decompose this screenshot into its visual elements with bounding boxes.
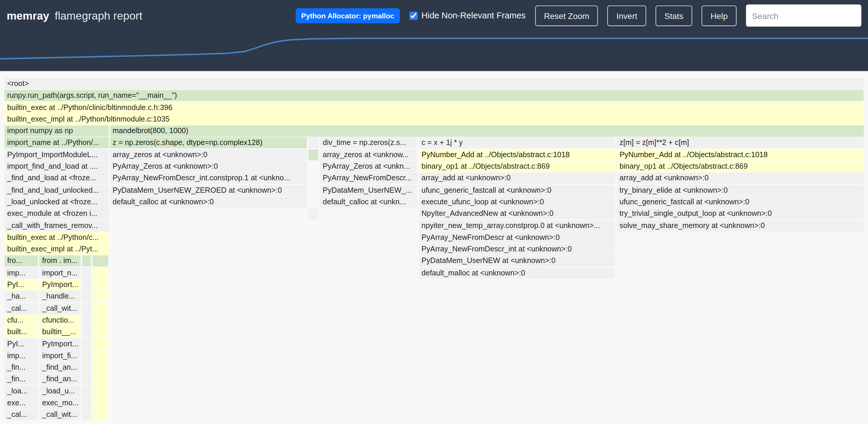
memory-over-time-chart[interactable] [0,31,868,71]
stats-button[interactable]: Stats [656,5,692,26]
flame-frame[interactable]: z[m] = z[m]**2 + c[m] [617,137,864,148]
flame-frame[interactable]: z = np.zeros(c.shape, dtype=np.complex12… [110,137,307,148]
flame-frame-small[interactable] [93,255,108,266]
flame-frame[interactable]: execute_ufunc_loop at <unknown>:0 [419,197,615,207]
flame-frame[interactable]: fro... [4,255,38,266]
flame-frame[interactable]: PyArray_Zeros at <unknown>:0 [110,161,307,172]
flame-frame[interactable]: try_binary_elide at <unknown>:0 [617,185,864,196]
flame-frame-small[interactable] [82,374,91,385]
flame-frame[interactable]: PyNumber_Add at ../Objects/abstract.c:10… [419,149,615,161]
flame-frame[interactable]: _ha... [4,291,38,302]
flame-frame[interactable]: imp... [4,267,38,278]
flame-frame[interactable]: PyDataMem_UserNEW_... [320,185,417,196]
flame-frame[interactable]: try_trivial_single_output_loop at <unkno… [617,208,864,219]
hide-frames-toggle[interactable]: Hide Non-Relevant Frames [409,11,526,21]
flame-frame-small[interactable] [82,386,91,397]
flame-frame[interactable]: c = x + 1j * y [419,137,615,148]
flame-frame-small[interactable] [82,315,91,326]
flame-frame[interactable]: NpyIter_AdvancedNew at <unknown>:0 [419,208,615,219]
flame-frame[interactable]: cfunctio... [39,315,81,326]
flame-frame[interactable]: ufunc_generic_fastcall at <unknown>:0 [419,185,615,196]
flame-frame[interactable]: _call_wit... [39,303,81,314]
flame-frame[interactable]: exe... [4,397,38,408]
flame-frame[interactable]: exec_module at <frozen i... [4,208,109,219]
flame-frame-small[interactable] [82,409,91,420]
flame-frame[interactable]: exec_mo... [39,397,81,408]
flame-frame[interactable]: builtin_exec at ../Python/c... [4,232,109,243]
reset-zoom-button[interactable]: Reset Zoom [535,5,598,26]
search-input[interactable] [746,4,861,27]
flame-frame-small[interactable] [93,279,108,290]
flame-frame[interactable]: builtin_exec at ../Python/clinic/bltinmo… [4,102,864,113]
flame-frame[interactable]: PyDataMem_UserNEW_ZEROED at <unknown>:0 [110,185,307,196]
flame-frame[interactable]: solve_may_share_memory at <unknown>:0 [617,220,864,231]
flame-frame-small[interactable] [82,267,91,278]
flame-frame[interactable]: from . im... [39,255,81,266]
flame-frame-small[interactable] [93,327,108,337]
flame-frame[interactable]: builtin__... [39,327,81,337]
flame-frame-small[interactable] [93,291,108,302]
flame-frame-small[interactable] [93,397,108,408]
flame-frame[interactable]: _find_an... [39,362,81,373]
flame-frame[interactable]: binary_op1 at ../Objects/abstract.c:869 [617,161,864,172]
flame-frame[interactable]: _cal... [4,303,38,314]
flame-frame-small[interactable] [93,362,108,373]
flame-frame[interactable]: PyImport_ImportModuleL... [4,149,109,161]
invert-button[interactable]: Invert [608,5,646,26]
flame-frame[interactable]: PyImport... [39,339,81,349]
flame-frame[interactable]: default_malloc at <unknown>:0 [419,267,615,278]
frame-mandelbrot[interactable]: mandelbrot(800, 1000) [110,125,864,136]
flame-frame[interactable]: PyArray_NewFromDescr... [320,173,417,183]
flame-frame-small[interactable] [93,374,108,385]
flame-frame[interactable]: PyArray_NewFromDescr_int at <unknown>:0 [419,244,615,255]
flame-frame[interactable]: PyArray_NewFromDescr at <unknown>:0 [419,232,615,243]
flame-frame[interactable]: PyNumber_Add at ../Objects/abstract.c:10… [617,149,864,161]
flame-frame-small[interactable] [82,255,91,266]
flame-frame[interactable]: div_time = np.zeros(z.s... [320,137,417,148]
flame-frame-small[interactable] [93,409,108,420]
frame-import-numpy[interactable]: import numpy as np [4,125,109,136]
flame-frame[interactable]: PyI... [4,339,38,349]
hide-frames-checkbox[interactable] [409,11,418,20]
flame-frame[interactable]: PyI... [4,279,38,290]
flame-frame-small[interactable] [82,350,91,361]
flame-frame-small[interactable] [308,149,318,161]
flame-frame[interactable]: _find_and_load at <froze... [4,173,109,183]
flame-frame[interactable]: _load_unlocked at <froze... [4,197,109,207]
frame-root[interactable]: <root> [4,78,864,89]
flame-frame[interactable]: _call_with_frames_remov... [4,220,109,231]
flame-frame-small[interactable] [82,397,91,408]
flame-frame[interactable]: array_add at <unknown>:0 [617,173,864,183]
flame-frame-small[interactable] [308,137,318,148]
flame-frame[interactable]: ufunc_generic_fastcall at <unknown>:0 [617,197,864,207]
flame-frame-small[interactable] [93,303,108,314]
flame-frame[interactable]: PyImport... [39,279,81,290]
flame-frame[interactable]: import_name at ../Python/... [4,137,109,148]
flame-frame-small[interactable] [82,291,91,302]
flame-frame[interactable]: _call_wit... [39,409,81,420]
flame-frame-small[interactable] [82,327,91,337]
flame-frame-small[interactable] [93,315,108,326]
flame-frame[interactable]: array_zeros at <unknown>:0 [110,149,307,161]
frame-runpy[interactable]: runpy.run_path(args.script, run_name="__… [4,90,864,101]
flame-frame[interactable]: _fin... [4,362,38,373]
flame-frame[interactable]: _load_u... [39,386,81,397]
flame-frame-small[interactable] [93,339,108,349]
flame-frame[interactable]: PyDataMem_UserNEW at <unknown>:0 [419,255,615,266]
flame-frame[interactable]: imp... [4,350,38,361]
flame-frame[interactable]: built... [4,327,38,337]
flame-frame[interactable]: default_calloc at <unkn... [320,197,417,207]
help-button[interactable]: Help [702,5,737,26]
flame-frame[interactable]: cfu... [4,315,38,326]
flame-frame[interactable]: array_add at <unknown>:0 [419,173,615,183]
flame-frame[interactable]: _cal... [4,409,38,420]
flame-frame-small[interactable] [82,279,91,290]
flame-frame[interactable]: import_fi... [39,350,81,361]
flame-frame[interactable]: array_zeros at <unknow... [320,149,417,161]
flame-frame[interactable]: PyArray_Zeros at <unkn... [320,161,417,172]
flame-frame[interactable]: _find_an... [39,374,81,385]
flame-frame[interactable]: PyArray_NewFromDescr_int.constprop.1 at … [110,173,307,183]
flame-frame[interactable]: builtin_exec_impl at ../Python/bltinmodu… [4,114,864,125]
flame-frame[interactable]: _find_and_load_unlocked... [4,185,109,196]
flame-frame-small[interactable] [82,339,91,349]
